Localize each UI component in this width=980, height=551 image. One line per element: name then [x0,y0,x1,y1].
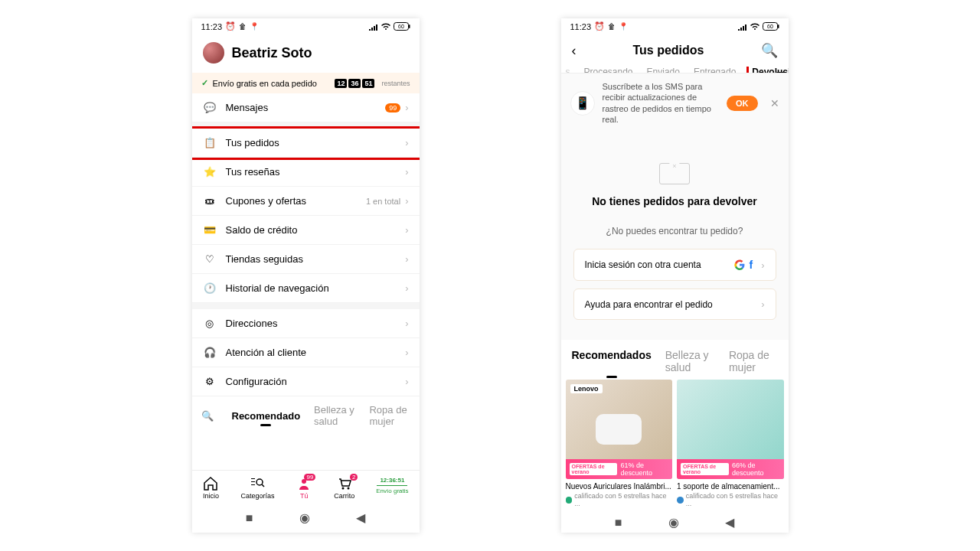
svg-point-6 [256,479,263,485]
status-bar: 11:23 ⏰ 🗑 📍 60 [192,18,420,34]
menu-addresses[interactable]: ◎ Direcciones › [192,309,420,338]
svg-rect-3 [251,478,255,479]
nav-you[interactable]: 99 Tú [296,477,312,500]
battery-icon: 60 [763,22,779,31]
svg-point-9 [347,487,349,490]
sms-banner: 📱 Suscríbete a los SMS para recibir actu… [561,73,789,132]
android-home-icon[interactable]: ◉ [668,515,679,530]
menu-coupons[interactable]: 🎟 Cupones y ofertas 1 en total › [192,187,420,216]
tab-partial[interactable]: s [566,67,570,71]
tab-processing[interactable]: Procesando [584,67,633,71]
product-card[interactable]: OFERTAS de verano 66% de descuento 1 sop… [677,380,784,507]
product-title: 1 soporte de almacenamient... [677,482,784,491]
home-icon [202,477,219,491]
svg-rect-4 [251,481,255,482]
search-icon[interactable]: 🔍 [761,42,778,59]
close-icon[interactable]: ✕ [770,97,779,109]
orders-header: ‹ Tus pedidos 🔍 [561,34,789,67]
product-card[interactable]: Lenovo OFERTAS de verano 61% de descuent… [566,380,673,507]
trash-icon: 🗑 [239,22,247,31]
svg-rect-1 [409,24,410,28]
status-time: 11:23 [570,22,592,31]
android-nav: ■ ◉ ◀ [192,503,420,533]
android-recent-icon[interactable]: ■ [246,511,253,525]
nav-home[interactable]: Inicio [202,477,219,500]
history-icon: 🕐 [203,282,217,294]
empty-state: No tienes pedidos para devolver ¿No pued… [561,132,789,340]
login-other-account[interactable]: Inicia sesión con otra cuenta f › [573,249,776,281]
phone-left: 11:23 ⏰ 🗑 📍 60 Beatriz Soto ✓ Envío grat… [192,18,420,533]
sms-icon: 📱 [570,91,595,116]
recommendation-tabs: Recomendados Belleza y salud Ropa de muj… [561,340,789,380]
chevron-icon: › [761,259,764,271]
menu-history[interactable]: 🕐 Historial de navegación › [192,274,420,303]
discount-banner: OFERTAS de verano 61% de descuento [566,459,673,479]
recommendation-tabs: 🔍 Recomendado Belleza y salud Ropa de mu… [192,396,420,435]
credit-icon: 💳 [203,224,217,236]
heart-icon: ♡ [203,253,217,265]
nav-free-shipping[interactable]: 12:36:51 Envío gratis [376,477,408,500]
chevron-icon: › [405,347,408,358]
nav-categories[interactable]: Categorías [240,477,274,500]
menu-reviews[interactable]: ⭐ Tus reseñas › [192,158,420,187]
svg-point-8 [341,487,344,490]
signal-icon [738,23,747,31]
tab-recommended[interactable]: Recomendados [572,349,652,373]
free-shipping-banner: ✓ Envío gratis en cada pedido 12 36 51 r… [192,73,420,93]
chevron-icon: › [405,376,408,387]
bottom-nav: Inicio Categorías 99 Tú 2 Carrito 12:36:… [192,470,420,503]
svg-text:60: 60 [767,24,773,29]
tab-shipped[interactable]: Enviado [647,67,680,71]
location-icon: 📍 [619,22,628,31]
phone-right: 11:23 ⏰ 🗑 📍 60 ‹ Tus pedidos 🔍 s Procesa… [561,18,789,533]
product-rating: calificado con 5 estrellas hace ... [566,492,673,507]
coupons-icon: 🎟 [203,195,217,207]
tab-delivered[interactable]: Entregado [694,67,736,71]
sms-text: Suscríbete a los SMS para recibir actual… [603,81,720,125]
message-badge: 99 [385,103,400,112]
menu-support[interactable]: 🎧 Atención al cliente › [192,338,420,367]
menu-settings[interactable]: ⚙ Configuración › [192,367,420,396]
alarm-icon: ⏰ [225,21,236,31]
ok-button[interactable]: OK [727,96,758,111]
orders-icon: 📋 [203,137,217,148]
wifi-icon [381,23,391,31]
menu-followed-stores[interactable]: ♡ Tiendas seguidas › [192,245,420,274]
android-back-icon[interactable]: ◀ [725,515,734,530]
search-icon[interactable]: 🔍 [201,410,214,422]
svg-rect-11 [778,24,779,28]
tab-beauty[interactable]: Belleza y salud [665,349,715,373]
location-icon: 📍 [250,22,259,31]
help-find-order[interactable]: Ayuda para encontrar el pedido › [573,289,776,320]
discount-banner: OFERTAS de verano 66% de descuento [677,459,784,479]
profile-name: Beatriz Soto [232,45,312,61]
menu-credit[interactable]: 💳 Saldo de crédito › [192,216,420,245]
wifi-icon [750,23,760,31]
android-recent-icon[interactable]: ■ [615,516,622,530]
android-nav: ■ ◉ ◀ [561,507,789,533]
menu-messages[interactable]: 💬 Mensajes 99 › [192,93,420,122]
messages-icon: 💬 [203,102,217,113]
tab-recommended[interactable]: Recomendado [232,410,301,422]
banner-text: Envío gratis en cada pedido [213,79,331,88]
empty-box-icon [659,163,690,184]
page-title: Tus pedidos [577,44,761,57]
android-home-icon[interactable]: ◉ [299,510,310,525]
tab-returns[interactable]: Devoluciones [746,67,788,73]
brand-tag: Lenovo [570,384,603,393]
order-tabs: s Procesando Enviado Entregado Devolucio… [561,67,789,73]
nav-cart[interactable]: 2 Carrito [334,477,354,500]
tab-womens[interactable]: Ropa de mujer [369,404,410,427]
product-rating: calificado con 5 estrellas hace ... [677,492,784,507]
battery-icon: 60 [394,22,410,31]
avatar[interactable] [203,42,224,64]
reviews-icon: ⭐ [203,166,217,178]
menu-orders[interactable]: 📋 Tus pedidos › [192,129,420,158]
tab-beauty[interactable]: Belleza y salud [314,404,355,427]
categories-icon [249,477,266,491]
android-back-icon[interactable]: ◀ [356,510,365,525]
tab-womens[interactable]: Ropa de mujer [729,349,778,373]
location-icon: ◎ [203,318,217,329]
countdown: 12 36 51 [335,79,374,88]
facebook-icon: f [749,259,753,271]
